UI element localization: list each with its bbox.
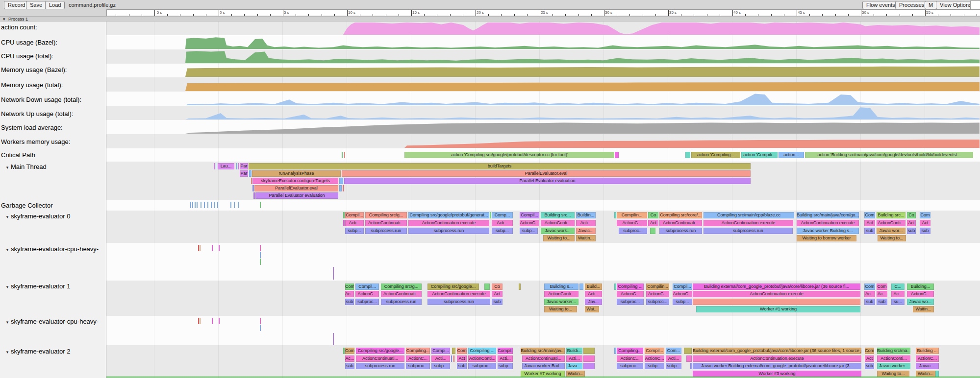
slice[interactable]: ActionConti... (877, 355, 910, 362)
slice[interactable] (452, 348, 455, 354)
slice[interactable]: action 'Compili... (741, 152, 778, 158)
slice[interactable] (684, 348, 692, 354)
slice[interactable] (217, 202, 218, 208)
slice[interactable]: Building s... (544, 284, 578, 290)
slice[interactable] (583, 348, 595, 354)
slice[interactable] (453, 355, 454, 362)
slice[interactable] (201, 202, 201, 208)
slice[interactable]: subproc... (468, 363, 496, 369)
slice[interactable]: ActionC... (617, 355, 643, 362)
slice[interactable]: Buildi... (566, 348, 582, 354)
slice[interactable]: Ac... (877, 291, 887, 297)
slice[interactable] (251, 178, 252, 184)
slice[interactable] (260, 245, 261, 251)
slice[interactable] (260, 318, 261, 324)
slice[interactable] (219, 318, 220, 324)
slice[interactable]: action... (779, 152, 804, 158)
counter-chart-workers-memory-usage[interactable] (0, 135, 980, 148)
slice[interactable]: subproc... (406, 363, 430, 369)
slice[interactable]: ActionContinuation.execute (797, 220, 859, 226)
slice[interactable]: ActionContinuation.execute (704, 220, 793, 226)
slice[interactable]: Acti... (666, 355, 681, 362)
view-options-button[interactable]: View Options (936, 1, 976, 9)
slice[interactable] (260, 252, 261, 258)
slice[interactable]: Building src/main/java/com/go... (797, 212, 859, 218)
slice[interactable] (204, 202, 205, 208)
slice[interactable]: ActionC... (916, 355, 939, 362)
slice[interactable]: Compil... (355, 284, 379, 290)
slice[interactable] (519, 284, 521, 290)
slice[interactable]: Waiting to borrow worker (797, 235, 856, 241)
slice[interactable]: Act (865, 355, 874, 362)
slice[interactable] (216, 163, 216, 169)
slice[interactable]: Act (492, 291, 503, 297)
slice[interactable]: Waitin... (576, 235, 596, 241)
slice[interactable]: Co (492, 284, 503, 290)
slice[interactable]: Building src/ma... (877, 348, 910, 354)
record-button[interactable]: Record (4, 1, 29, 9)
slice[interactable]: Compiling src/google/protobuf/generat... (408, 212, 489, 218)
slice[interactable]: ActionContinuation.execute (693, 291, 860, 297)
slice[interactable]: runAnalysisPhase (252, 170, 341, 177)
slice[interactable]: Javac worker Building external/com_googl… (693, 363, 861, 369)
slice[interactable]: Com... (666, 348, 681, 354)
slice[interactable]: ActionC... (617, 220, 647, 226)
slice[interactable] (693, 299, 860, 305)
slice[interactable]: Compiling src/main/cpp/blaze.cc (704, 212, 794, 218)
slice[interactable]: Lau... (218, 163, 234, 169)
slice[interactable]: sub (457, 363, 467, 369)
slice[interactable] (200, 245, 201, 251)
slice[interactable]: subprocess.run (704, 228, 793, 234)
slice[interactable] (614, 284, 616, 290)
slice[interactable]: Building src... (877, 212, 905, 218)
slice[interactable]: Com (864, 212, 875, 218)
slice[interactable] (614, 212, 616, 218)
slice[interactable]: Compil... (498, 348, 513, 354)
slice[interactable]: Parallel Evaluator evaluation (255, 192, 338, 199)
slice[interactable] (197, 202, 198, 208)
slice[interactable] (690, 363, 692, 369)
slice[interactable]: subprocess.run (381, 299, 422, 305)
slice[interactable]: Javac... (576, 228, 596, 234)
slice[interactable]: Com (345, 348, 354, 354)
slice[interactable] (198, 318, 199, 324)
slice[interactable]: ActionContinuati... (381, 291, 422, 297)
slice[interactable]: action 'Building src/main/java/com/googl… (805, 152, 973, 158)
time-ruler[interactable]: -5 s0 s5 s10 s15 s20 s25 s30 s35 s40 s45… (106, 9, 980, 16)
slice[interactable]: ActionConti... (544, 291, 578, 297)
slice[interactable]: Jav... (585, 299, 602, 305)
slice[interactable] (214, 202, 215, 208)
slice[interactable] (230, 202, 231, 208)
slice[interactable] (253, 192, 255, 199)
slice[interactable] (615, 152, 619, 158)
slice[interactable] (214, 163, 215, 169)
counter-chart-memory-usage-bazel[interactable] (0, 64, 980, 77)
collapse-arrow-icon[interactable]: ▾ (4, 246, 11, 254)
slice[interactable]: buildTargets (249, 163, 751, 169)
slice[interactable]: sub (345, 363, 354, 369)
slice[interactable]: subp... (666, 363, 681, 369)
collapse-arrow-icon[interactable]: ▾ (4, 213, 11, 221)
slice[interactable] (192, 202, 193, 208)
slice[interactable]: Acti... (345, 220, 364, 226)
counter-chart-action-count[interactable] (0, 22, 980, 35)
slice[interactable]: ParallelEvaluator.eval (254, 185, 338, 191)
slice[interactable]: ParallelEvaluator.eval (342, 170, 751, 177)
slice[interactable]: Com (457, 348, 467, 354)
slice[interactable]: Compiling src/g... (365, 212, 407, 218)
slice[interactable]: subproc... (617, 299, 644, 305)
slice[interactable] (195, 202, 196, 208)
slice[interactable]: Com (345, 284, 354, 290)
slice[interactable]: ActionC... (907, 291, 934, 297)
slice[interactable]: sub (907, 228, 916, 234)
collapse-arrow-icon[interactable]: ▾ (3, 17, 5, 22)
slice[interactable]: Co (648, 212, 658, 218)
slice[interactable]: Waiting to... (543, 235, 575, 241)
slice[interactable]: Build... (585, 284, 602, 290)
processes-button[interactable]: Processes (895, 1, 928, 9)
slice[interactable]: subp... (345, 228, 364, 234)
slice[interactable]: Com (920, 212, 930, 218)
slice[interactable]: Co (907, 212, 916, 218)
slice[interactable]: Javac work... (541, 228, 575, 234)
save-button[interactable]: Save (26, 1, 46, 9)
